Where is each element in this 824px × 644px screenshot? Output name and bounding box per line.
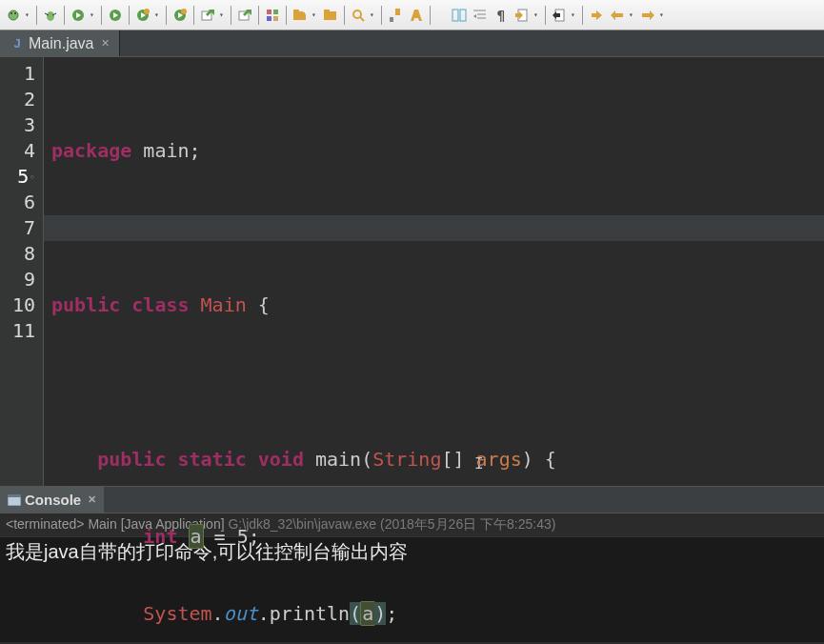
dropdown-icon[interactable]: ▾ <box>370 10 377 19</box>
svg-rect-21 <box>273 10 278 14</box>
run-alt-icon[interactable] <box>133 6 152 25</box>
step-icon[interactable] <box>587 6 606 25</box>
forward-icon[interactable] <box>638 6 657 25</box>
editor-tab-bar: J Main.java ✕ <box>0 30 824 57</box>
svg-rect-48 <box>8 494 21 497</box>
line-number: 6 <box>4 190 35 215</box>
svg-point-0 <box>9 10 18 20</box>
dropdown-icon[interactable]: ▾ <box>629 10 636 19</box>
line-number: 5◦ <box>4 164 35 190</box>
doc-import-icon[interactable] <box>512 6 532 25</box>
svg-rect-22 <box>267 16 271 21</box>
columns-icon[interactable] <box>450 6 469 25</box>
highlight-icon[interactable] <box>407 6 426 25</box>
svg-point-15 <box>181 9 187 14</box>
svg-marker-46 <box>642 10 654 20</box>
line-number: 2 <box>4 87 35 112</box>
svg-point-29 <box>353 10 361 18</box>
dropdown-icon[interactable]: ▾ <box>533 10 541 19</box>
close-icon[interactable]: ✕ <box>101 37 110 50</box>
svg-marker-45 <box>611 10 623 20</box>
folder-new-icon[interactable]: + <box>291 6 310 25</box>
grid-icon[interactable] <box>263 6 282 25</box>
svg-rect-34 <box>452 10 458 21</box>
svg-line-30 <box>360 17 364 21</box>
folder-icon[interactable] <box>321 6 340 25</box>
svg-point-3 <box>47 11 54 21</box>
svg-rect-32 <box>390 17 393 22</box>
svg-marker-33 <box>411 10 422 21</box>
dedent-icon[interactable] <box>471 6 490 25</box>
search-icon[interactable] <box>349 6 368 25</box>
bug-icon[interactable] <box>41 6 60 25</box>
debug-icon[interactable] <box>4 6 23 25</box>
dropdown-icon[interactable]: ▾ <box>154 10 162 19</box>
doc-export-icon[interactable] <box>550 6 569 25</box>
back-icon[interactable] <box>608 6 627 25</box>
dropdown-icon[interactable]: ▾ <box>659 10 667 19</box>
line-number: 10 <box>4 292 35 318</box>
line-number-gutter: 1 2 3 4 5◦ 6 7 8 9 10 11 <box>0 57 44 486</box>
pilcrow-icon[interactable]: ¶ <box>492 6 511 25</box>
svg-rect-31 <box>395 9 400 15</box>
svg-rect-28 <box>324 10 330 12</box>
line-number: 7 <box>4 215 35 241</box>
svg-rect-35 <box>460 10 466 21</box>
line-number: 4 <box>4 138 35 164</box>
svg-point-1 <box>10 12 12 14</box>
line-number: 11 <box>4 318 35 344</box>
line-number: 8 <box>4 241 35 267</box>
svg-rect-23 <box>273 16 278 21</box>
paint-icon[interactable] <box>386 6 405 25</box>
external-icon[interactable] <box>235 6 254 25</box>
code-area[interactable]: package main; public class Main { public… <box>44 57 824 486</box>
line-number: 9 <box>4 267 35 292</box>
run-icon[interactable] <box>69 6 88 25</box>
svg-marker-44 <box>592 10 602 20</box>
editor-tab-main-java[interactable]: J Main.java ✕ <box>0 30 120 56</box>
run-alt-icon[interactable] <box>171 6 190 25</box>
line-number: 1 <box>4 61 35 87</box>
code-editor[interactable]: 1 2 3 4 5◦ 6 7 8 9 10 11 package main; p… <box>0 57 824 486</box>
dropdown-icon[interactable]: ▾ <box>219 10 227 19</box>
dropdown-icon[interactable]: ▾ <box>90 10 97 19</box>
svg-marker-39 <box>473 14 476 18</box>
run-icon[interactable] <box>106 6 125 25</box>
dropdown-icon[interactable]: ▾ <box>312 10 319 19</box>
java-file-icon: J <box>10 36 25 51</box>
svg-rect-20 <box>267 10 271 14</box>
dropdown-icon[interactable]: ▾ <box>571 10 578 19</box>
svg-rect-27 <box>324 11 336 20</box>
console-icon <box>8 494 21 506</box>
line-number: 3 <box>4 112 35 138</box>
main-toolbar: ▾ ▾ ▾ ▾ + ▾ ▾ ¶ ▾ ▾ ▾ ▾ <box>0 0 824 30</box>
svg-point-12 <box>144 9 150 14</box>
external-icon[interactable] <box>198 6 217 25</box>
svg-point-2 <box>14 12 16 14</box>
dropdown-icon[interactable]: ▾ <box>25 10 32 19</box>
svg-text:+: + <box>303 9 308 16</box>
svg-rect-25 <box>293 10 299 12</box>
tab-title: Main.java <box>29 35 93 52</box>
